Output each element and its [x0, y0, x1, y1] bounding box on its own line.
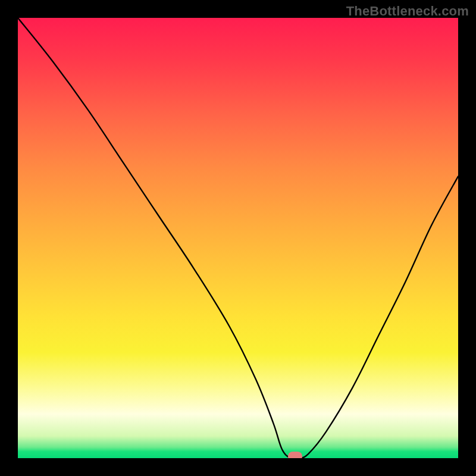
plot-area: [18, 18, 458, 458]
chart-frame: TheBottleneck.com: [0, 0, 476, 476]
watermark-label: TheBottleneck.com: [346, 4, 469, 19]
bottleneck-curve: [18, 18, 458, 458]
curve-path: [18, 18, 458, 458]
minimum-marker: [288, 452, 302, 458]
